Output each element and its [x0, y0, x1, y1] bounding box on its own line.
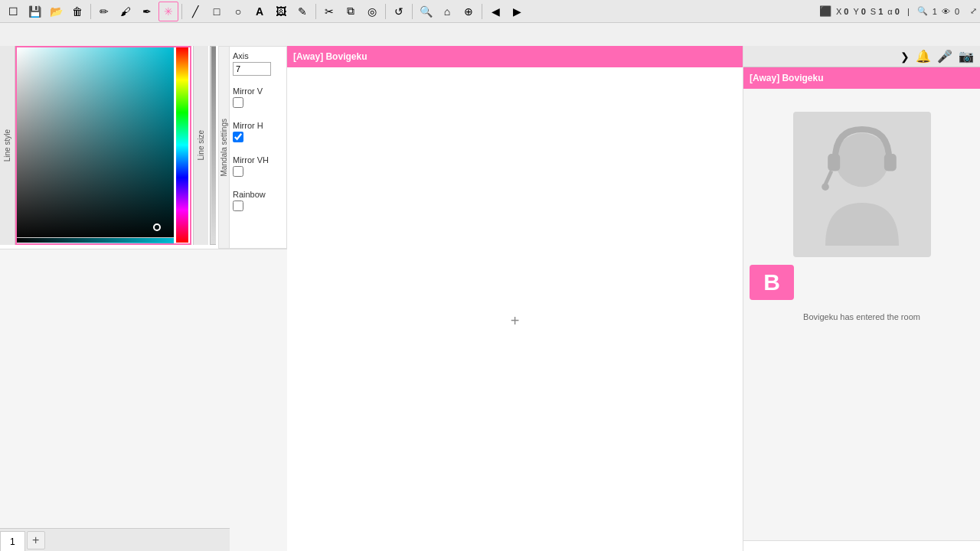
chat-messages[interactable]: Bovigeku has entered the room: [743, 300, 980, 540]
color-picker-container: Line style Line size: [15, 46, 218, 249]
rainbow-setting: Rainbow: [233, 190, 283, 214]
axis-label: Axis: [233, 51, 283, 60]
avatar: [793, 112, 931, 257]
chat-input[interactable]: [750, 546, 948, 552]
cut-button[interactable]: ✂: [319, 2, 339, 21]
brush-button[interactable]: 🖌: [116, 2, 136, 21]
main-layout: Line style Line size: [0, 46, 980, 551]
mirror-h-checkbox[interactable]: [233, 132, 243, 142]
mirror-v-setting: Mirror V: [233, 86, 283, 110]
spray-button[interactable]: ◎: [362, 2, 382, 21]
line-size-bar: Line size: [193, 46, 208, 245]
axis-setting: Axis: [233, 51, 283, 76]
chat-away-label: [Away] Bovigeku: [750, 73, 823, 83]
chat-send-button[interactable]: ➤: [952, 547, 974, 552]
zoom-in-button[interactable]: ⊕: [459, 2, 479, 21]
mirror-vh-setting: Mirror VH: [233, 155, 283, 179]
canvas-title: [Away] Bovigeku: [293, 51, 367, 62]
left-panel-bottom: [0, 249, 287, 551]
separator-5: [412, 4, 413, 19]
add-tab-button[interactable]: +: [27, 531, 45, 549]
eye-value: 0: [955, 7, 959, 16]
mirror-h-setting: Mirror H: [233, 121, 283, 145]
text-button[interactable]: A: [250, 2, 270, 21]
mirror-v-checkbox[interactable]: [233, 97, 243, 108]
avatar-area: [743, 89, 980, 257]
add-tab-icon: +: [32, 533, 39, 547]
line-button[interactable]: ╱: [185, 2, 205, 21]
separator-4: [385, 4, 386, 19]
delete-button[interactable]: 🗑: [67, 2, 87, 21]
pencil-button[interactable]: ✏: [94, 2, 114, 21]
mirror-vh-checkbox[interactable]: [233, 166, 243, 177]
open-folder-button[interactable]: 📂: [46, 2, 66, 21]
system-message: Bovigeku has entered the room: [750, 312, 974, 321]
separator-3: [315, 4, 316, 19]
mandala-settings-panel: Mandala settings Axis Mirror V Mirror H: [218, 46, 287, 249]
y-coord-label: Y 0: [853, 7, 865, 16]
rainbow-checkbox[interactable]: [233, 201, 243, 211]
scale-label: S 1: [871, 7, 884, 16]
rainbow-label: Rainbow: [233, 190, 283, 199]
ellipse-button[interactable]: ○: [228, 2, 248, 21]
mirror-h-label: Mirror H: [233, 121, 283, 130]
user-badge: B: [750, 265, 794, 300]
zoom-icon: 🔍: [917, 6, 928, 16]
chat-away-bar: [Away] Bovigeku: [743, 67, 980, 89]
axis-input[interactable]: [233, 62, 271, 76]
canvas-area[interactable]: [Away] Bovigeku +: [287, 46, 743, 551]
mirror-vh-label: Mirror VH: [233, 155, 283, 165]
user-icon: [801, 116, 923, 253]
rectangle-button[interactable]: □: [207, 2, 227, 21]
size-slider[interactable]: [210, 46, 216, 245]
x-coord-label: X 0: [836, 7, 849, 16]
separator-6: [482, 4, 482, 19]
expand-icon: ⤢: [970, 6, 977, 16]
separator-1: [90, 4, 91, 19]
svg-rect-1: [828, 154, 840, 171]
left-panel: Line style Line size: [0, 46, 287, 551]
undo-button[interactable]: ↺: [389, 2, 409, 21]
user-badge-area: B: [743, 265, 980, 300]
collapse-icon[interactable]: ❯: [900, 51, 910, 63]
line-size-label: Line size: [197, 130, 205, 160]
line-style-label: Line style: [3, 129, 11, 161]
mic-icon[interactable]: 🎤: [937, 49, 952, 64]
next-button[interactable]: ▶: [507, 2, 527, 21]
notification-icon[interactable]: 🔔: [916, 49, 931, 64]
canvas-top-bar: [Away] Bovigeku: [287, 46, 743, 67]
tab-1[interactable]: 1: [0, 531, 25, 551]
hue-bar[interactable]: [176, 47, 188, 243]
tab-1-label: 1: [10, 536, 15, 547]
screen-icon: ⬛: [819, 5, 831, 17]
edit-points-button[interactable]: ✎: [292, 2, 312, 21]
color-picker-square[interactable]: [15, 46, 191, 245]
svg-rect-2: [884, 154, 896, 171]
chat-panel: ❯ 🔔 🎤 📷 [Away] Bovigeku: [743, 46, 980, 551]
separator-7: |: [907, 7, 910, 16]
home-button[interactable]: ⌂: [437, 2, 457, 21]
airbrush-button[interactable]: ✒: [137, 2, 157, 21]
line-style-bar: Line style: [0, 46, 15, 245]
alpha-label: α 0: [887, 7, 900, 16]
image-button[interactable]: 🖼: [271, 2, 291, 21]
toolbar: ☐ 💾 📂 🗑 ✏ 🖌 ✒ ✳ ╱ □ ○ A 🖼 ✎ ✂ ⧉ ◎ ↺ 🔍 ⌂ …: [0, 0, 980, 23]
prev-button[interactable]: ◀: [485, 2, 505, 21]
mirror-v-label: Mirror V: [233, 86, 283, 96]
alpha-bar[interactable]: [17, 237, 174, 243]
zoom-value: 1: [933, 7, 937, 16]
eye-icon: 👁: [942, 7, 950, 16]
separator-2: [181, 4, 182, 19]
clone-button[interactable]: ⧉: [341, 2, 361, 21]
user-badge-letter: B: [763, 269, 780, 295]
save-button[interactable]: 💾: [24, 2, 44, 21]
svg-line-3: [825, 171, 831, 184]
canvas-surface[interactable]: +: [287, 67, 743, 551]
symmetry-button[interactable]: ✳: [158, 2, 178, 21]
canvas-crosshair: +: [511, 312, 520, 330]
video-icon[interactable]: 📷: [959, 49, 974, 64]
new-file-button[interactable]: ☐: [3, 2, 23, 21]
svg-point-4: [822, 183, 829, 191]
bottom-tabs: 1 +: [0, 528, 230, 551]
zoom-out-button[interactable]: 🔍: [416, 2, 436, 21]
